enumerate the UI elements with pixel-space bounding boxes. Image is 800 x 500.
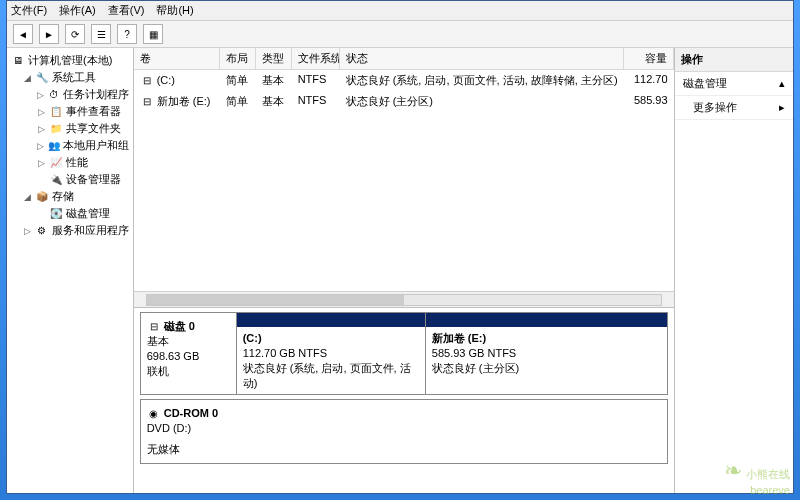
back-button[interactable]: ◄ xyxy=(13,24,33,44)
partition-c[interactable]: (C:) 112.70 GB NTFS 状态良好 (系统, 启动, 页面文件, … xyxy=(237,313,426,394)
help-button[interactable]: ? xyxy=(117,24,137,44)
cell-vol: ⊟ 新加卷 (E:) xyxy=(134,92,220,111)
expand-icon[interactable]: ▷ xyxy=(23,226,32,236)
perf-icon: 📈 xyxy=(49,156,63,170)
tree-label: 服务和应用程序 xyxy=(52,223,129,238)
tree-disk-management[interactable]: 💽磁盘管理 xyxy=(9,205,131,222)
action-more[interactable]: 更多操作 ▸ xyxy=(675,96,793,120)
menu-bar: 文件(F) 操作(A) 查看(V) 帮助(H) xyxy=(7,1,793,21)
actions-title: 操作 xyxy=(675,48,793,72)
chevron-up-icon: ▴ xyxy=(779,77,785,90)
event-icon: 📋 xyxy=(49,105,63,119)
tree-system-tools[interactable]: ◢🔧系统工具 xyxy=(9,69,131,86)
cell-layout: 简单 xyxy=(220,71,256,90)
scrollbar-thumb[interactable] xyxy=(147,295,404,305)
center-pane: 卷 布局 类型 文件系统 状态 容量 ⊟ (C:) 简单 基本 NTFS 状态良… xyxy=(134,48,675,493)
tree-label: 存储 xyxy=(52,189,74,204)
action-label: 更多操作 xyxy=(693,100,737,115)
disk-0-partitions: (C:) 112.70 GB NTFS 状态良好 (系统, 启动, 页面文件, … xyxy=(237,313,667,394)
cell-layout: 简单 xyxy=(220,92,256,111)
tree-label: 系统工具 xyxy=(52,70,96,85)
tree-services[interactable]: ▷⚙服务和应用程序 xyxy=(9,222,131,239)
volume-list-header: 卷 布局 类型 文件系统 状态 容量 xyxy=(134,48,674,70)
cell-vol: ⊟ (C:) xyxy=(134,71,220,90)
partition-header xyxy=(237,313,425,327)
cell-type: 基本 xyxy=(256,92,292,111)
partition-header xyxy=(426,313,667,327)
collapse-icon[interactable]: ◢ xyxy=(23,192,32,202)
storage-icon: 📦 xyxy=(35,190,49,204)
expand-icon[interactable]: ▷ xyxy=(37,141,45,151)
chevron-right-icon: ▸ xyxy=(779,101,785,114)
volume-row[interactable]: ⊟ (C:) 简单 基本 NTFS 状态良好 (系统, 启动, 页面文件, 活动… xyxy=(134,70,674,91)
menu-view[interactable]: 查看(V) xyxy=(108,3,145,18)
services-icon: ⚙ xyxy=(35,224,49,238)
tree-root-label: 计算机管理(本地) xyxy=(28,53,112,68)
tree-performance[interactable]: ▷📈性能 xyxy=(9,154,131,171)
cdrom-label: ◉ CD-ROM 0 DVD (D:) 无媒体 xyxy=(141,400,667,463)
navigation-tree: 🖥计算机管理(本地) ◢🔧系统工具 ▷⏱任务计划程序 ▷📋事件查看器 ▷📁共享文… xyxy=(7,48,134,493)
computer-management-window: 文件(F) 操作(A) 查看(V) 帮助(H) ◄ ► ⟳ ☰ ? ▦ 🖥计算机… xyxy=(6,0,794,494)
scrollbar-track[interactable] xyxy=(146,294,662,306)
disk-icon: ⊟ xyxy=(147,320,161,334)
col-capacity[interactable]: 容量 xyxy=(624,48,674,69)
expand-icon[interactable]: ▷ xyxy=(37,158,46,168)
properties-button[interactable]: ☰ xyxy=(91,24,111,44)
cdrom-block[interactable]: ◉ CD-ROM 0 DVD (D:) 无媒体 xyxy=(140,399,668,464)
tree-label: 本地用户和组 xyxy=(63,138,129,153)
tree-task-scheduler[interactable]: ▷⏱任务计划程序 xyxy=(9,86,131,103)
collapse-icon[interactable]: ◢ xyxy=(23,73,32,83)
users-icon: 👥 xyxy=(48,139,60,153)
cell-type: 基本 xyxy=(256,71,292,90)
partition-body: 新加卷 (E:) 585.93 GB NTFS 状态良好 (主分区) xyxy=(426,327,667,380)
partition-e[interactable]: 新加卷 (E:) 585.93 GB NTFS 状态良好 (主分区) xyxy=(426,313,667,394)
volume-list: 卷 布局 类型 文件系统 状态 容量 ⊟ (C:) 简单 基本 NTFS 状态良… xyxy=(134,48,674,308)
volume-icon: ⊟ xyxy=(140,73,154,87)
cell-cap: 112.70 xyxy=(624,71,674,90)
cell-status: 状态良好 (主分区) xyxy=(340,92,624,111)
menu-action[interactable]: 操作(A) xyxy=(59,3,96,18)
scheduler-icon: ⏱ xyxy=(48,88,60,102)
refresh-button[interactable]: ⟳ xyxy=(65,24,85,44)
col-type[interactable]: 类型 xyxy=(256,48,292,69)
col-filesystem[interactable]: 文件系统 xyxy=(292,48,340,69)
menu-help[interactable]: 帮助(H) xyxy=(156,3,193,18)
list-spacer xyxy=(134,112,674,291)
actions-pane: 操作 磁盘管理 ▴ 更多操作 ▸ xyxy=(675,48,793,493)
device-icon: 🔌 xyxy=(49,173,63,187)
col-layout[interactable]: 布局 xyxy=(220,48,256,69)
tree-local-users[interactable]: ▷👥本地用户和组 xyxy=(9,137,131,154)
tree-label: 磁盘管理 xyxy=(66,206,110,221)
tree-label: 共享文件夹 xyxy=(66,121,121,136)
menu-file[interactable]: 文件(F) xyxy=(11,3,47,18)
tree-root[interactable]: 🖥计算机管理(本地) xyxy=(9,52,131,69)
tree-shared-folders[interactable]: ▷📁共享文件夹 xyxy=(9,120,131,137)
disk-map: ⊟ 磁盘 0 基本 698.63 GB 联机 (C:) 112.70 GB NT… xyxy=(134,308,674,493)
partition-body: (C:) 112.70 GB NTFS 状态良好 (系统, 启动, 页面文件, … xyxy=(237,327,425,394)
action-disk-management[interactable]: 磁盘管理 ▴ xyxy=(675,72,793,96)
horizontal-scrollbar[interactable] xyxy=(134,291,674,307)
toolbar: ◄ ► ⟳ ☰ ? ▦ xyxy=(7,21,793,48)
volume-row[interactable]: ⊟ 新加卷 (E:) 简单 基本 NTFS 状态良好 (主分区) 585.93 xyxy=(134,91,674,112)
tree-label: 事件查看器 xyxy=(66,104,121,119)
col-volume[interactable]: 卷 xyxy=(134,48,220,69)
expand-icon[interactable]: ▷ xyxy=(37,107,46,117)
tree-label: 任务计划程序 xyxy=(63,87,129,102)
disk-0-block[interactable]: ⊟ 磁盘 0 基本 698.63 GB 联机 (C:) 112.70 GB NT… xyxy=(140,312,668,395)
action-label: 磁盘管理 xyxy=(683,76,727,91)
view-button[interactable]: ▦ xyxy=(143,24,163,44)
disk-icon: 💽 xyxy=(49,207,63,221)
tree-event-viewer[interactable]: ▷📋事件查看器 xyxy=(9,103,131,120)
expand-icon[interactable]: ▷ xyxy=(37,124,46,134)
folder-icon: 📁 xyxy=(49,122,63,136)
tree-storage[interactable]: ◢📦存储 xyxy=(9,188,131,205)
col-status[interactable]: 状态 xyxy=(340,48,624,69)
forward-button[interactable]: ► xyxy=(39,24,59,44)
cell-fs: NTFS xyxy=(292,92,340,111)
cell-cap: 585.93 xyxy=(624,92,674,111)
disk-0-label: ⊟ 磁盘 0 基本 698.63 GB 联机 xyxy=(141,313,237,394)
tools-icon: 🔧 xyxy=(35,71,49,85)
tree-device-manager[interactable]: 🔌设备管理器 xyxy=(9,171,131,188)
tree-label: 性能 xyxy=(66,155,88,170)
expand-icon[interactable]: ▷ xyxy=(37,90,45,100)
